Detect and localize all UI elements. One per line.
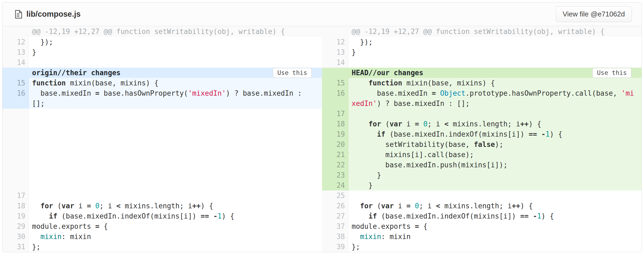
code-content: function mixin(base, mixins) { [348,78,642,88]
code-line: 20 setWritability(base, false); [322,139,642,150]
code-content: } [29,47,322,57]
line-number: 20 [322,139,348,150]
line-number: 18 [2,201,29,211]
hunk-header: @@ -12,19 +12,27 @@ function setWritabil… [2,26,322,37]
use-this-button-left[interactable]: Use this [273,68,312,78]
code-content: }); [29,37,322,47]
code-line: 38 mixin: mixin [322,231,642,242]
code-line: 29module.exports = { [2,221,322,231]
line-number: 37 [322,221,348,231]
code-content: module.exports = { [348,221,642,231]
line-number: 15 [2,78,29,88]
line-number: 16 [322,88,348,109]
conflict-header-right: HEAD//our changesUse this [322,68,642,78]
code-content: }; [29,242,322,252]
code-content [29,191,322,201]
code-line: 21 mixins[i].call(base); [322,150,642,160]
code-line: 12 }); [2,37,322,47]
code-line: 37module.exports = { [322,221,642,231]
line-number: 19 [322,129,348,139]
line-number: 26 [322,201,348,211]
code-line: 19 if (base.mixedIn.indexOf(mixins[i]) =… [322,129,642,139]
file-diff-card: lib/compose.js View file @e71062d @@ -12… [2,2,642,252]
code-line: 27 if (base.mixedIn.indexOf(mixins[i]) =… [322,211,642,221]
line-number: 17 [322,109,348,119]
code-content: for (var i = 0; i < mixins.length; i++) … [348,119,642,129]
code-line: 23 } [322,170,642,180]
code-content: }); [348,37,642,47]
code-content: base.mixedIn = Object.prototype.hasOwnPr… [348,88,642,109]
code-content: } [348,170,642,180]
line-number: 29 [2,221,29,231]
code-line: 13} [322,47,642,57]
code-line: 15 function mixin(base, mixins) { [322,78,642,88]
code-line: 16 base.mixedIn = base.hasOwnProperty('m… [2,88,322,109]
line-number: 12 [2,37,29,47]
line-number: 14 [322,57,348,68]
code-content: module.exports = { [29,221,322,231]
line-number: 27 [322,211,348,221]
conflict-label: HEAD//our changes [352,69,423,77]
filler-gutter [2,109,29,191]
code-content: }; [348,242,642,252]
hunk-header: @@ -12,19 +12,27 @@ function setWritabil… [322,26,642,37]
code-content: mixin: mixin [348,231,642,242]
line-number: 13 [322,47,348,57]
code-content: if (base.mixedIn.indexOf(mixins[i]) == -… [348,129,642,139]
code-line: 15function mixin(base, mixins) { [2,78,322,88]
code-line: 24 } [322,180,642,191]
line-number: 14 [2,57,29,68]
code-content: base.mixedIn.push(mixins[i]); [348,160,642,170]
line-number: 21 [322,150,348,160]
line-number: 31 [2,242,29,252]
file-header: lib/compose.js View file @e71062d [2,2,642,26]
line-number: 18 [322,119,348,129]
code-content: for (var i = 0; i < mixins.length; i++) … [348,201,642,211]
code-content: mixins[i].call(base); [348,150,642,160]
line-number: 38 [322,231,348,242]
line-number: 22 [322,160,348,170]
line-number: 15 [322,78,348,88]
conflict-header-left: origin//their changesUse this [2,68,322,78]
code-content [348,191,642,201]
line-number: 23 [322,170,348,180]
conflict-label: origin//their changes [32,69,121,77]
code-content: mixin: mixin [29,231,322,242]
code-content: if (base.mixedIn.indexOf(mixins[i]) == -… [348,211,642,221]
alignment-filler [2,109,322,191]
code-line: 39}; [322,242,642,252]
code-line: 31}; [2,242,322,252]
line-number: 19 [2,211,29,221]
code-content: } [348,47,642,57]
file-icon [15,10,22,19]
code-content: if (base.mixedIn.indexOf(mixins[i]) == -… [29,211,322,221]
code-content: } [348,180,642,191]
code-content: for (var i = 0; i < mixins.length; i++) … [29,201,322,211]
code-content: base.mixedIn = base.hasOwnProperty('mixe… [29,88,322,109]
page-title: lib/compose.js [26,10,80,19]
code-line: 18 for (var i = 0; i < mixins.length; i+… [2,201,322,211]
view-file-button[interactable]: View file @e71062d [556,6,632,22]
diff-pane-ours: @@ -12,19 +12,27 @@ function setWritabil… [322,26,642,252]
code-content: function mixin(base, mixins) { [29,78,322,88]
split-diff: @@ -12,19 +12,27 @@ function setWritabil… [2,26,642,252]
code-line: 18 for (var i = 0; i < mixins.length; i+… [322,119,642,129]
filler-code [29,109,322,191]
code-line: 16 base.mixedIn = Object.prototype.hasOw… [322,88,642,109]
code-line: 30 mixin: mixin [2,231,322,242]
use-this-button-right[interactable]: Use this [592,68,631,78]
line-number: 25 [322,191,348,201]
code-line: 26 for (var i = 0; i < mixins.length; i+… [322,201,642,211]
line-number: 16 [2,88,29,109]
code-content [348,109,642,119]
code-line: 22 base.mixedIn.push(mixins[i]); [322,160,642,170]
code-content [348,57,642,68]
code-line: 19 if (base.mixedIn.indexOf(mixins[i]) =… [2,211,322,221]
line-number: 30 [2,231,29,242]
line-number: 12 [322,37,348,47]
line-number: 24 [322,180,348,191]
code-content: setWritability(base, false); [348,139,642,150]
code-line: 17 [322,109,642,119]
code-line: 17 [2,191,322,201]
code-line: 12 }); [322,37,642,47]
